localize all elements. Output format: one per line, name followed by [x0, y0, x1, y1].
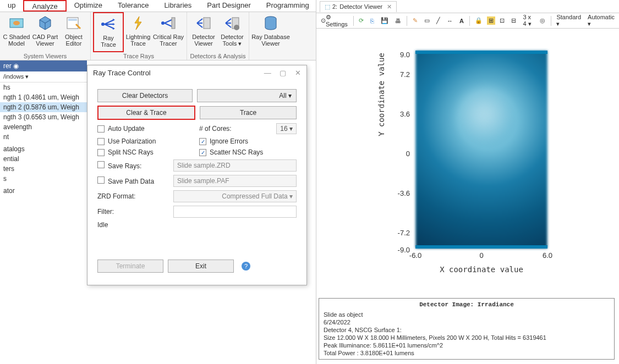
svg-point-1: [13, 21, 20, 25]
y-tick: 9.0: [388, 51, 410, 59]
cores-label: # of Cores:: [199, 125, 276, 133]
tree-item[interactable]: hs: [0, 82, 87, 92]
tree-item[interactable]: ngth 1 (0.4861 um, Weigh: [0, 92, 87, 102]
ignore-errors-checkbox[interactable]: ✓: [199, 138, 206, 145]
detector-tools-button[interactable]: Detector Tools ▾: [218, 12, 246, 52]
ribbon-tab-libraries[interactable]: Libraries: [156, 0, 199, 12]
minimize-icon[interactable]: —: [264, 69, 271, 77]
y-tick: -3.6: [388, 189, 410, 197]
clear-detectors-button[interactable]: Clear Detectors: [97, 89, 193, 102]
save-rays-checkbox[interactable]: [97, 161, 105, 168]
auto-update-checkbox[interactable]: [97, 125, 105, 133]
save-path-input[interactable]: [173, 175, 297, 187]
group-label: Detectors & Analysis: [189, 52, 246, 60]
lightning-trace-button[interactable]: Lightning Trace: [124, 12, 152, 52]
tree-item[interactable]: s: [0, 174, 87, 184]
ribbon-tab-programming[interactable]: Programming: [259, 0, 317, 12]
scatter-nsc-checkbox[interactable]: ✓: [199, 149, 206, 156]
filter-input[interactable]: [173, 206, 297, 218]
tree-item[interactable]: ator: [0, 186, 87, 196]
clear-and-trace-button[interactable]: Clear & Trace: [97, 106, 195, 120]
save-icon[interactable]: 💾: [379, 16, 391, 25]
arrow-icon[interactable]: ↔: [445, 16, 455, 25]
dialog-titlebar[interactable]: Ray Trace Control — ▢ ✕: [87, 65, 306, 80]
ribbon-tab-part-designer[interactable]: Part Designer: [199, 0, 258, 12]
detector-plot-area: Y coordinate value X coordinate value 9.…: [316, 29, 619, 296]
target-icon[interactable]: ◎: [538, 16, 547, 25]
tree-item[interactable]: ters: [0, 164, 87, 174]
detector-viewer-button[interactable]: Detector Viewer: [189, 12, 218, 52]
label: Use Polarization: [108, 137, 156, 145]
split-nsc-checkbox[interactable]: [97, 149, 105, 156]
line-icon[interactable]: ╱: [434, 16, 442, 25]
grid-size-select[interactable]: 3 x 4 ▾: [521, 13, 535, 29]
ray-trace-button[interactable]: Ray Trace: [93, 12, 124, 52]
ribbon-tab-tolerance[interactable]: Tolerance: [110, 0, 156, 12]
detector-plot: Y coordinate value X coordinate value 9.…: [371, 45, 564, 282]
print-icon[interactable]: 🖶: [393, 16, 403, 25]
label: C Shaded Model: [3, 34, 30, 47]
save-rays-input[interactable]: [173, 159, 297, 172]
y-tick: 0: [388, 150, 410, 158]
windows-dropdown[interactable]: /indows ▾: [0, 71, 87, 82]
shaded-model-button[interactable]: C Shaded Model: [2, 12, 31, 52]
x-tick: 0: [470, 251, 492, 260]
object-editor-button[interactable]: Object Editor: [59, 12, 88, 52]
tree-item[interactable]: ngth 2 (0.5876 um, Weigh: [0, 102, 87, 112]
detector-tab-bar: ⬚ 2: Detector Viewer ✕: [316, 0, 619, 13]
terminate-button: Terminate: [97, 260, 163, 273]
cores-select[interactable]: 16 ▾: [276, 123, 297, 134]
use-polarization-checkbox[interactable]: [97, 138, 105, 145]
tab-number: 2:: [332, 3, 337, 10]
tree-item[interactable]: ential: [0, 154, 87, 164]
maximize-icon[interactable]: ▢: [280, 69, 286, 77]
ray-database-viewer-button[interactable]: Ray Database Viewer: [251, 12, 290, 52]
ribbon-tab-analyze[interactable]: Analyze: [23, 0, 66, 12]
svg-point-5: [161, 21, 165, 25]
detector-tools-icon: [223, 14, 241, 32]
label: Detector Viewer: [192, 34, 215, 47]
grid-icon[interactable]: ⊞: [487, 16, 495, 25]
refresh-icon[interactable]: ⟳: [357, 16, 366, 25]
ribbon-group-detectors: Detector Viewer Detector Tools ▾ Detecto…: [187, 12, 249, 60]
label: Save Path Data: [108, 178, 154, 185]
ribbon-tab-setup[interactable]: up: [0, 0, 23, 12]
dialog-title-text: Ray Trace Control: [93, 69, 151, 77]
zrd-format-select[interactable]: Compressed Full Data ▾: [173, 190, 297, 202]
tool2-icon[interactable]: ⊟: [509, 16, 518, 25]
exit-button[interactable]: Exit: [168, 260, 234, 273]
svg-point-4: [101, 23, 105, 26]
ribbon-tab-optimize[interactable]: Optimize: [67, 0, 110, 12]
x-tick: -6.0: [404, 251, 426, 260]
tree-item[interactable]: atalogs: [0, 144, 87, 154]
critical-ray-icon: [160, 14, 177, 32]
settings-button[interactable]: ⊙ ⚙ Settings: [319, 13, 350, 29]
standard-select[interactable]: Standard ▾: [554, 13, 583, 29]
lock-icon[interactable]: 🔒: [473, 16, 485, 25]
group-label: Trace Rays: [93, 52, 184, 60]
info-line: Slide as object: [324, 311, 610, 318]
copy-icon[interactable]: ⎘: [368, 16, 376, 25]
detector-tab[interactable]: ⬚ 2: Detector Viewer ✕: [320, 1, 397, 12]
heatmap-feature: [454, 84, 514, 161]
close-icon[interactable]: ✕: [295, 69, 301, 77]
tree-item[interactable]: nt: [0, 132, 87, 142]
label: Split NSC Rays: [108, 148, 154, 156]
help-icon[interactable]: ?: [242, 262, 250, 271]
tool-icon[interactable]: ⊡: [497, 16, 507, 25]
text-icon[interactable]: A: [457, 16, 466, 25]
tree-item[interactable]: avelength: [0, 122, 87, 132]
rect-icon[interactable]: ▭: [422, 16, 432, 25]
tree-item[interactable]: ngth 3 (0.6563 um, Weigh: [0, 112, 87, 122]
trace-button[interactable]: Trace: [200, 106, 297, 119]
cad-part-viewer-button[interactable]: CAD Part Viewer: [31, 12, 59, 52]
label: Lightning Trace: [126, 34, 151, 47]
critical-ray-tracer-button[interactable]: Critical Ray Tracer: [152, 12, 184, 52]
pencil-icon[interactable]: ✎: [410, 16, 420, 25]
all-dropdown[interactable]: All ▾: [197, 89, 297, 102]
info-line: Peak Illuminance: 5.8611E+01 lumens/cm^2: [324, 341, 610, 349]
automatic-select[interactable]: Automatic ▾: [585, 13, 617, 29]
label: Ray Database Viewer: [251, 34, 290, 47]
tab-close-icon[interactable]: ✕: [387, 3, 392, 10]
save-path-checkbox[interactable]: [97, 177, 105, 184]
